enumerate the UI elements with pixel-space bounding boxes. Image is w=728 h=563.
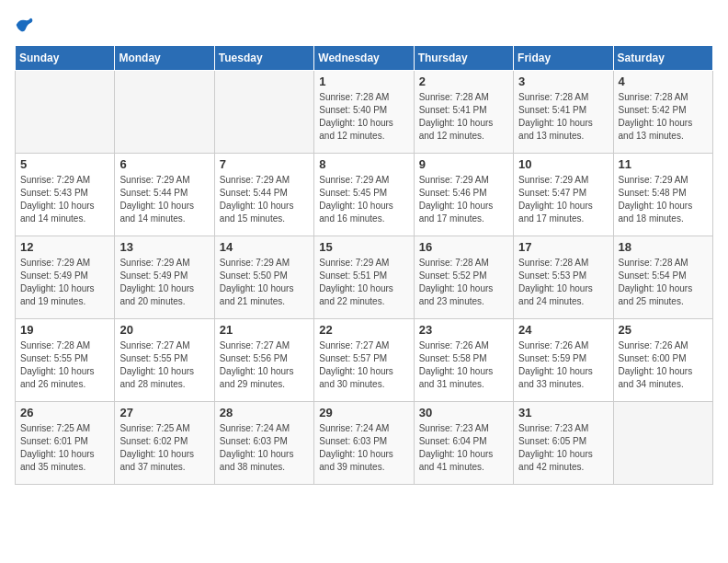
- calendar-cell: 17Sunrise: 7:28 AM Sunset: 5:53 PM Dayli…: [514, 236, 613, 319]
- day-number: 5: [20, 157, 109, 171]
- calendar-cell: [115, 71, 214, 154]
- calendar-cell: 28Sunrise: 7:24 AM Sunset: 6:03 PM Dayli…: [214, 402, 313, 485]
- day-number: 22: [319, 323, 408, 337]
- day-info: Sunrise: 7:27 AM Sunset: 5:55 PM Dayligh…: [119, 339, 209, 391]
- calendar-cell: 7Sunrise: 7:29 AM Sunset: 5:44 PM Daylig…: [214, 154, 313, 236]
- calendar-week-4: 19Sunrise: 7:28 AM Sunset: 5:55 PM Dayli…: [16, 319, 713, 402]
- day-number: 31: [518, 406, 608, 419]
- day-number: 17: [518, 240, 608, 254]
- day-info: Sunrise: 7:29 AM Sunset: 5:44 PM Dayligh…: [119, 174, 209, 225]
- day-number: 28: [220, 406, 309, 419]
- day-number: 7: [220, 157, 309, 171]
- day-number: 25: [619, 323, 708, 337]
- day-number: 30: [419, 406, 508, 419]
- weekday-header-friday: Friday: [514, 46, 613, 71]
- weekday-header-thursday: Thursday: [414, 46, 513, 71]
- day-number: 19: [20, 323, 109, 337]
- calendar-week-1: 1Sunrise: 7:28 AM Sunset: 5:40 PM Daylig…: [16, 71, 713, 154]
- day-info: Sunrise: 7:25 AM Sunset: 6:01 PM Dayligh…: [20, 422, 109, 474]
- day-info: Sunrise: 7:29 AM Sunset: 5:44 PM Dayligh…: [220, 174, 309, 225]
- calendar-cell: 22Sunrise: 7:27 AM Sunset: 5:57 PM Dayli…: [314, 319, 414, 402]
- calendar-cell: [16, 71, 115, 154]
- day-number: 20: [119, 323, 209, 337]
- calendar-cell: 31Sunrise: 7:23 AM Sunset: 6:05 PM Dayli…: [514, 402, 613, 485]
- day-info: Sunrise: 7:26 AM Sunset: 5:58 PM Dayligh…: [419, 339, 508, 391]
- calendar-cell: 27Sunrise: 7:25 AM Sunset: 6:02 PM Dayli…: [115, 402, 214, 485]
- calendar-cell: 6Sunrise: 7:29 AM Sunset: 5:44 PM Daylig…: [115, 154, 214, 236]
- weekday-header-sunday: Sunday: [16, 46, 115, 71]
- calendar-cell: 26Sunrise: 7:25 AM Sunset: 6:01 PM Dayli…: [16, 402, 115, 485]
- calendar-cell: 20Sunrise: 7:27 AM Sunset: 5:55 PM Dayli…: [115, 319, 214, 402]
- day-info: Sunrise: 7:28 AM Sunset: 5:52 PM Dayligh…: [419, 257, 508, 308]
- calendar-cell: [214, 71, 313, 154]
- day-info: Sunrise: 7:28 AM Sunset: 5:40 PM Dayligh…: [319, 91, 408, 143]
- day-info: Sunrise: 7:24 AM Sunset: 6:03 PM Dayligh…: [220, 422, 309, 474]
- calendar-cell: 2Sunrise: 7:28 AM Sunset: 5:41 PM Daylig…: [414, 71, 513, 154]
- day-number: 29: [319, 406, 408, 419]
- weekday-header-row: SundayMondayTuesdayWednesdayThursdayFrid…: [16, 46, 713, 71]
- calendar-cell: 3Sunrise: 7:28 AM Sunset: 5:41 PM Daylig…: [514, 71, 613, 154]
- logo: [15, 15, 37, 34]
- day-number: 10: [518, 157, 608, 171]
- weekday-header-monday: Monday: [115, 46, 214, 71]
- day-number: 1: [319, 75, 408, 88]
- day-info: Sunrise: 7:29 AM Sunset: 5:50 PM Dayligh…: [220, 257, 309, 308]
- calendar-week-2: 5Sunrise: 7:29 AM Sunset: 5:43 PM Daylig…: [16, 154, 713, 236]
- weekday-header-saturday: Saturday: [613, 46, 712, 71]
- day-info: Sunrise: 7:29 AM Sunset: 5:49 PM Dayligh…: [119, 257, 209, 308]
- calendar-cell: 21Sunrise: 7:27 AM Sunset: 5:56 PM Dayli…: [214, 319, 313, 402]
- day-info: Sunrise: 7:24 AM Sunset: 6:03 PM Dayligh…: [319, 422, 408, 474]
- day-info: Sunrise: 7:23 AM Sunset: 6:04 PM Dayligh…: [419, 422, 508, 474]
- calendar-cell: [613, 402, 712, 485]
- calendar-cell: 16Sunrise: 7:28 AM Sunset: 5:52 PM Dayli…: [414, 236, 513, 319]
- day-number: 16: [419, 240, 508, 254]
- calendar-cell: 13Sunrise: 7:29 AM Sunset: 5:49 PM Dayli…: [115, 236, 214, 319]
- calendar-cell: 24Sunrise: 7:26 AM Sunset: 5:59 PM Dayli…: [514, 319, 613, 402]
- day-number: 18: [619, 240, 708, 254]
- day-info: Sunrise: 7:29 AM Sunset: 5:48 PM Dayligh…: [619, 174, 708, 225]
- day-info: Sunrise: 7:25 AM Sunset: 6:02 PM Dayligh…: [119, 422, 209, 474]
- day-info: Sunrise: 7:29 AM Sunset: 5:47 PM Dayligh…: [518, 174, 608, 225]
- day-number: 3: [518, 75, 608, 88]
- day-number: 15: [319, 240, 408, 254]
- day-info: Sunrise: 7:26 AM Sunset: 5:59 PM Dayligh…: [518, 339, 608, 391]
- calendar-cell: 19Sunrise: 7:28 AM Sunset: 5:55 PM Dayli…: [16, 319, 115, 402]
- day-number: 26: [20, 406, 109, 419]
- day-info: Sunrise: 7:29 AM Sunset: 5:46 PM Dayligh…: [419, 174, 508, 225]
- day-info: Sunrise: 7:29 AM Sunset: 5:43 PM Dayligh…: [20, 174, 109, 225]
- day-info: Sunrise: 7:28 AM Sunset: 5:53 PM Dayligh…: [518, 257, 608, 308]
- calendar-cell: 1Sunrise: 7:28 AM Sunset: 5:40 PM Daylig…: [314, 71, 414, 154]
- calendar-cell: 9Sunrise: 7:29 AM Sunset: 5:46 PM Daylig…: [414, 154, 513, 236]
- day-info: Sunrise: 7:28 AM Sunset: 5:55 PM Dayligh…: [20, 339, 109, 391]
- day-info: Sunrise: 7:26 AM Sunset: 6:00 PM Dayligh…: [619, 339, 708, 391]
- calendar-cell: 5Sunrise: 7:29 AM Sunset: 5:43 PM Daylig…: [16, 154, 115, 236]
- calendar-cell: 29Sunrise: 7:24 AM Sunset: 6:03 PM Dayli…: [314, 402, 414, 485]
- day-info: Sunrise: 7:23 AM Sunset: 6:05 PM Dayligh…: [518, 422, 608, 474]
- day-number: 13: [119, 240, 209, 254]
- header: [15, 15, 713, 34]
- day-info: Sunrise: 7:29 AM Sunset: 5:45 PM Dayligh…: [319, 174, 408, 225]
- day-number: 8: [319, 157, 408, 171]
- day-number: 14: [220, 240, 309, 254]
- logo-icon: [15, 16, 33, 34]
- day-number: 2: [419, 75, 508, 88]
- day-number: 6: [119, 157, 209, 171]
- day-number: 21: [220, 323, 309, 337]
- day-number: 24: [518, 323, 608, 337]
- calendar-week-3: 12Sunrise: 7:29 AM Sunset: 5:49 PM Dayli…: [16, 236, 713, 319]
- calendar-cell: 11Sunrise: 7:29 AM Sunset: 5:48 PM Dayli…: [613, 154, 712, 236]
- day-info: Sunrise: 7:29 AM Sunset: 5:51 PM Dayligh…: [319, 257, 408, 308]
- day-number: 11: [619, 157, 708, 171]
- calendar-cell: 18Sunrise: 7:28 AM Sunset: 5:54 PM Dayli…: [613, 236, 712, 319]
- day-info: Sunrise: 7:28 AM Sunset: 5:54 PM Dayligh…: [619, 257, 708, 308]
- day-info: Sunrise: 7:28 AM Sunset: 5:42 PM Dayligh…: [619, 91, 708, 143]
- calendar-cell: 4Sunrise: 7:28 AM Sunset: 5:42 PM Daylig…: [613, 71, 712, 154]
- day-info: Sunrise: 7:27 AM Sunset: 5:57 PM Dayligh…: [319, 339, 408, 391]
- day-info: Sunrise: 7:27 AM Sunset: 5:56 PM Dayligh…: [220, 339, 309, 391]
- calendar-cell: 8Sunrise: 7:29 AM Sunset: 5:45 PM Daylig…: [314, 154, 414, 236]
- calendar-table: SundayMondayTuesdayWednesdayThursdayFrid…: [15, 45, 713, 485]
- day-info: Sunrise: 7:28 AM Sunset: 5:41 PM Dayligh…: [419, 91, 508, 143]
- calendar-cell: 25Sunrise: 7:26 AM Sunset: 6:00 PM Dayli…: [613, 319, 712, 402]
- day-number: 27: [119, 406, 209, 419]
- day-number: 4: [619, 75, 708, 88]
